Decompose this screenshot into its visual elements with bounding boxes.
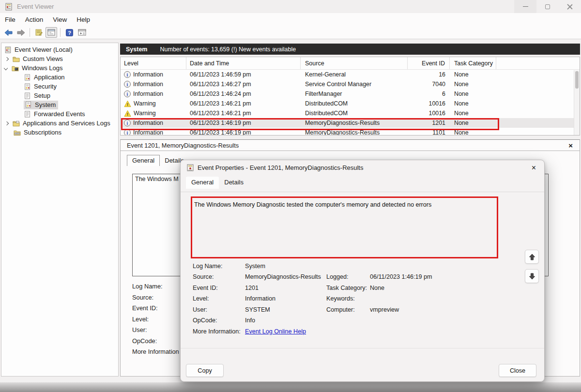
table-header-row: Level Date and Time Source Event ID Task…	[121, 57, 580, 70]
column-header-level[interactable]: Level	[121, 57, 186, 69]
table-scrollbar[interactable]	[574, 70, 580, 136]
level-cell: Information	[133, 81, 163, 88]
source-cell: Service Control Manager	[301, 81, 408, 88]
tree-item-forwarded-events[interactable]: Forwarded Events	[24, 109, 85, 119]
tree-label: Custom Views	[23, 55, 63, 62]
tree-label: Forwarded Events	[34, 110, 85, 118]
svg-text:!: !	[127, 102, 128, 107]
copy-button[interactable]: Copy	[186, 364, 224, 377]
preview-tab-general[interactable]: General	[127, 155, 160, 166]
date-cell: 06/11/2023 1:46:21 pm	[186, 110, 301, 117]
tree-label: Application	[34, 74, 65, 81]
level-cell: Information	[133, 90, 163, 97]
event-viewer-window: Event Viewer File Action View Help ?	[0, 0, 581, 392]
maximize-icon	[545, 4, 550, 9]
table-row-selected[interactable]: iInformation 06/11/2023 1:46:19 pm Memor…	[121, 118, 580, 128]
tree-label: System	[35, 101, 56, 108]
close-dialog-button[interactable]: Close	[499, 364, 536, 377]
tree-item-custom-views[interactable]: Custom Views	[5, 54, 63, 63]
dialog-tab-details[interactable]: Details	[219, 177, 249, 189]
preview-close-icon[interactable]: ×	[568, 141, 573, 150]
toolbar-separator	[60, 28, 61, 37]
event-id-cell: 10016	[408, 100, 450, 107]
event-id-cell: 1201	[408, 120, 450, 126]
field-label-user: User:	[193, 306, 207, 313]
event-message: The Windows Memory Diagnostic tested the…	[194, 201, 485, 208]
table-row[interactable]: iInformation 06/11/2023 1:46:27 pm Servi…	[121, 79, 580, 89]
dialog-close-icon[interactable]: ×	[532, 164, 536, 172]
field-label-computer: Computer:	[326, 306, 355, 313]
preview-label-source: Source:	[132, 294, 153, 301]
help-button[interactable]: ?	[63, 27, 75, 38]
column-header-source[interactable]: Source	[301, 57, 408, 69]
tree-root-event-viewer-local[interactable]: Event Viewer (Local)	[4, 45, 73, 54]
minimize-button[interactable]	[514, 0, 536, 13]
document-icon	[24, 111, 31, 118]
tree-label: Applications and Services Logs	[23, 120, 110, 127]
information-icon: i	[124, 81, 131, 88]
forward-button[interactable]	[15, 27, 27, 38]
log-file-icon	[24, 74, 31, 81]
tree-item-applications-and-services-logs[interactable]: Applications and Services Logs	[5, 119, 110, 128]
tree-item-subscriptions[interactable]: Subscriptions	[14, 128, 61, 137]
preview-header: Event 1201, MemoryDiagnostics-Results ×	[121, 140, 580, 151]
tree-label: Subscriptions	[24, 129, 61, 136]
events-summary: Number of events: 13,659 (!) New events …	[160, 46, 296, 53]
menu-help[interactable]: Help	[72, 16, 95, 23]
scrollbar-thumb[interactable]	[575, 71, 579, 89]
table-row[interactable]: iInformation 06/11/2023 1:46:19 pm Memor…	[121, 128, 580, 136]
event-log-online-help-link[interactable]: Event Log Online Help	[245, 328, 306, 335]
dialog-tab-general[interactable]: General	[186, 177, 219, 189]
event-viewer-node-icon	[4, 46, 12, 53]
field-label-opcode: OpCode:	[193, 317, 217, 324]
previous-event-button[interactable]	[525, 250, 539, 264]
field-value-source: MemoryDiagnostics-Results	[245, 273, 321, 280]
dialog-tabs: General Details	[186, 177, 249, 189]
menu-file[interactable]: File	[0, 16, 20, 23]
field-label-task-category: Task Category:	[326, 285, 367, 291]
chevron-right-icon[interactable]	[5, 57, 9, 60]
tree-item-application[interactable]: Application	[24, 73, 65, 82]
information-icon: i	[124, 90, 131, 97]
table-row[interactable]: iInformation 06/11/2023 1:46:59 pm Kerne…	[121, 70, 580, 79]
table-row[interactable]: iInformation 06/11/2023 1:46:24 pm Filte…	[121, 89, 580, 99]
column-header-date[interactable]: Date and Time	[186, 57, 301, 69]
field-label-level: Level:	[193, 295, 209, 302]
tree-item-setup[interactable]: Setup	[24, 91, 50, 100]
date-cell: 06/11/2023 1:46:59 pm	[186, 71, 301, 78]
table-row[interactable]: !Warning 06/11/2023 1:46:21 pm Distribut…	[121, 99, 580, 108]
back-button[interactable]	[2, 27, 14, 38]
properties-button[interactable]	[33, 27, 45, 38]
level-cell: Information	[133, 71, 163, 78]
source-cell: DistributedCOM	[301, 100, 408, 107]
tree-label: Event Viewer (Local)	[15, 46, 73, 53]
log-file-icon	[25, 101, 32, 108]
preview-label-opcode: OpCode:	[132, 337, 157, 345]
level-cell: Information	[133, 129, 163, 136]
next-event-button[interactable]	[525, 269, 539, 283]
preview-label-more-information: More Information	[132, 348, 179, 355]
field-value-user: SYSTEM	[245, 306, 270, 313]
menu-view[interactable]: View	[48, 16, 72, 23]
tree-item-windows-logs[interactable]: Windows Logs	[4, 63, 63, 73]
action-pane-button[interactable]	[76, 27, 88, 38]
forward-arrow-icon	[17, 29, 25, 36]
chevron-right-icon[interactable]	[5, 121, 9, 125]
show-preview-pane-button[interactable]	[46, 27, 57, 38]
event-id-cell: 1101	[408, 129, 450, 136]
maximize-button[interactable]	[536, 0, 559, 13]
menu-action[interactable]: Action	[20, 16, 48, 23]
tree-item-system[interactable]: System	[24, 100, 58, 109]
tree-item-security[interactable]: Security	[24, 82, 57, 91]
table-row[interactable]: !Warning 06/11/2023 1:46:21 pm Distribut…	[121, 108, 580, 118]
chevron-down-icon[interactable]	[4, 66, 8, 70]
date-cell: 06/11/2023 1:46:24 pm	[186, 90, 301, 97]
information-icon: i	[124, 129, 131, 136]
level-cell: Information	[133, 120, 163, 126]
up-arrow-icon	[529, 254, 535, 260]
column-header-event-id[interactable]: Event ID	[408, 57, 450, 69]
close-button[interactable]	[559, 0, 581, 13]
tree-label: Security	[34, 83, 57, 90]
column-header-task-category[interactable]: Task Category	[450, 57, 496, 69]
warning-icon: !	[124, 110, 131, 117]
